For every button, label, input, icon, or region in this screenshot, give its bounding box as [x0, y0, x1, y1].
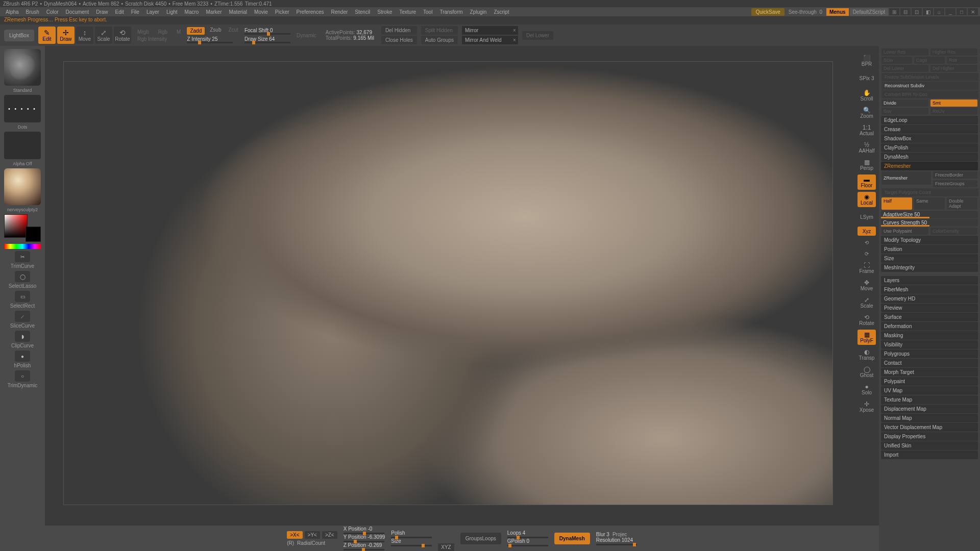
rgb-toggle[interactable]: Rgb	[156, 29, 169, 35]
lsym-button[interactable]: LSym	[857, 209, 876, 224]
panel-fibermesh[interactable]: FiberMesh	[881, 285, 978, 294]
menu-movie[interactable]: Movie	[251, 8, 272, 16]
panel-surface[interactable]: Surface	[881, 313, 978, 321]
menu-texture[interactable]: Texture	[396, 8, 420, 16]
section-edgeloop[interactable]: EdgeLoop	[881, 116, 978, 124]
xyz-button[interactable]: Xyz	[857, 227, 876, 236]
lower-res-button[interactable]: Lower Res	[881, 48, 928, 56]
see-through-label[interactable]: See-through 0	[786, 8, 825, 16]
move-mode-button[interactable]: ↕Move	[76, 27, 93, 44]
size-slider[interactable]: Size	[391, 538, 432, 546]
zremesher-button[interactable]: ZRemesher	[881, 171, 931, 185]
del-higher-geo-button[interactable]: Del Higher	[930, 65, 977, 72]
menu-edit[interactable]: Edit	[112, 8, 128, 16]
sym-x-button[interactable]: >X<	[287, 531, 302, 539]
close-icon[interactable]: ✕	[968, 8, 978, 15]
menu-render[interactable]: Render	[328, 8, 352, 16]
panel-normal-map[interactable]: Normal Map	[881, 414, 978, 422]
persp-button[interactable]: ▦Persp	[857, 157, 876, 172]
aahalf-button[interactable]: ½AAHalf	[857, 140, 876, 155]
use-polypaint-toggle[interactable]: Use Polypaint	[881, 228, 928, 235]
double-adapt-button[interactable]: Double Adapt	[947, 197, 977, 210]
panel-morph-target[interactable]: Morph Target	[881, 368, 978, 377]
panel-unified-skin[interactable]: Unified Skin	[881, 441, 978, 450]
zsub-toggle[interactable]: Zsub	[208, 27, 223, 35]
nav-rotate-button[interactable]: ⟲Rotate	[857, 312, 876, 328]
menu-alpha[interactable]: Alpha	[2, 8, 22, 16]
rot-z-button[interactable]: ⟳	[857, 249, 876, 258]
del-lower-geo-button[interactable]: Del Lower	[881, 65, 928, 72]
loops-slider[interactable]: Loops 4	[507, 530, 548, 538]
solo-button[interactable]: ●Solo	[857, 382, 876, 397]
groupsloops-button[interactable]: GroupsLoops	[460, 533, 501, 544]
layout3-icon[interactable]: ⊡	[912, 8, 922, 15]
menu-layer[interactable]: Layer	[143, 8, 163, 16]
menu-tool[interactable]: Tool	[420, 8, 436, 16]
freeze-groups-toggle[interactable]: FreezeGroups	[933, 180, 977, 187]
hue-strip[interactable]	[4, 244, 41, 249]
reconstruct-button[interactable]: Reconstruct Subdiv	[881, 82, 978, 90]
local-button[interactable]: ◉Local	[857, 192, 876, 207]
spix-button[interactable]: SPix 3	[857, 70, 876, 86]
stroke-preview[interactable]: • • • • •	[4, 95, 41, 122]
cage-button[interactable]: Cage	[914, 57, 945, 64]
floor-button[interactable]: ▬Floor	[857, 174, 876, 190]
panel-deformation[interactable]: Deformation	[881, 322, 978, 331]
higher-res-button[interactable]: Higher Res	[930, 48, 977, 56]
panel-displacement-map[interactable]: Displacement Map	[881, 405, 978, 413]
reuv-toggle[interactable]: ReUV	[930, 108, 977, 115]
menu-picker[interactable]: Picker	[272, 8, 293, 16]
lightbox-button[interactable]: LightBox	[4, 30, 34, 41]
freeze-subdiv-button[interactable]: Freeze SubDivision Levels	[881, 73, 978, 81]
panel-uv-map[interactable]: UV Map	[881, 386, 978, 395]
auto-groups-button[interactable]: Auto Groups	[421, 36, 458, 44]
zcut-toggle[interactable]: Zcut	[226, 27, 240, 35]
bpr-button[interactable]: ⬛BPR	[857, 53, 876, 68]
menu-preferences[interactable]: Preferences	[293, 8, 328, 16]
tool-selectrect[interactable]: ▭SelectRect	[4, 291, 41, 309]
menu-zplugin[interactable]: Zplugin	[467, 8, 491, 16]
polyf-button[interactable]: ▦PolyF	[857, 330, 876, 345]
xyz-toggle[interactable]: XYZ	[438, 543, 454, 551]
convert-bpr-button[interactable]: Convert BPR To Geo	[881, 90, 978, 98]
tool-trimdynamic[interactable]: ○TrimDynamic	[4, 370, 41, 388]
viewport[interactable]	[63, 61, 833, 505]
xpose-button[interactable]: ✢Xpose	[857, 399, 876, 414]
curves-strength-slider[interactable]: Curves Strength 50	[881, 219, 978, 227]
panel-geometry-hd[interactable]: Geometry HD	[881, 294, 978, 303]
del-hidden-button[interactable]: Del Hidden	[381, 26, 417, 35]
home-icon[interactable]: ⌂	[934, 8, 944, 15]
panel-contact[interactable]: Contact	[881, 359, 978, 367]
panel-import[interactable]: Import	[881, 450, 978, 459]
adaptive-size-slider[interactable]: AdaptiveSize 50	[881, 211, 978, 218]
minimize-icon[interactable]: _	[945, 8, 955, 15]
frame-button[interactable]: ⛶Frame	[857, 260, 876, 276]
menu-material[interactable]: Material	[226, 8, 251, 16]
menu-transform[interactable]: Transform	[436, 8, 466, 16]
section-zremesher[interactable]: ZRemesher	[881, 162, 978, 170]
menu-stroke[interactable]: Stroke	[374, 8, 396, 16]
panel-vector-disp-map[interactable]: Vector Displacement Map	[881, 423, 978, 432]
panel-layers[interactable]: Layers	[881, 276, 978, 285]
section-modify-topology[interactable]: Modify Topology	[881, 236, 978, 244]
menu-brush[interactable]: Brush	[22, 8, 43, 16]
panel-polygroups[interactable]: Polygroups	[881, 349, 978, 358]
menu-color[interactable]: Color	[43, 8, 62, 16]
panel-preview[interactable]: Preview	[881, 304, 978, 312]
z-intensity-slider[interactable]: Z Intensity 25	[187, 36, 233, 43]
projec-toggle[interactable]: Projec	[612, 532, 627, 537]
panel-texture-map[interactable]: Texture Map	[881, 395, 978, 404]
section-size[interactable]: Size	[881, 254, 978, 263]
y-position-slider[interactable]: Y Position -6.3099	[344, 534, 385, 542]
menu-macro[interactable]: Macro	[181, 8, 203, 16]
section-position[interactable]: Position	[881, 245, 978, 254]
dynamesh-button[interactable]: DynaMesh	[554, 533, 590, 544]
quicksave-button[interactable]: QuickSave	[751, 8, 784, 16]
mirror-weld-dropdown[interactable]: Mirror And Weld×	[462, 36, 518, 44]
x-position-slider[interactable]: X Position -0	[344, 526, 385, 534]
draw-mode-button[interactable]: ✢Draw	[57, 27, 75, 44]
target-poly-count[interactable]: Target Polygons Count	[881, 188, 978, 196]
radial-count-slider[interactable]: RadialCount	[297, 540, 325, 546]
section-claypolish[interactable]: ClayPolish	[881, 143, 978, 152]
transp-button[interactable]: ◐Transp	[857, 347, 876, 362]
